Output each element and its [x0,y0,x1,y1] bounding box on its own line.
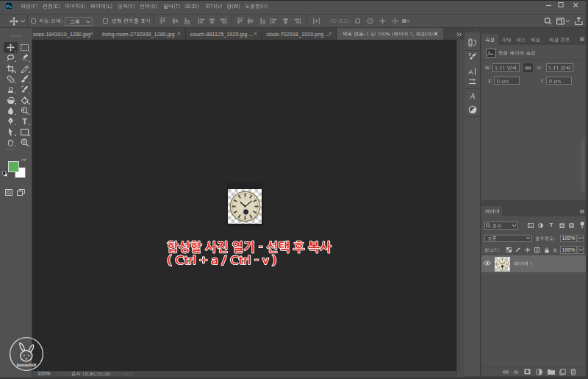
svg-text:T: T [22,117,27,126]
svg-text:A: A [470,92,476,100]
svg-text:···: ··· [243,198,245,201]
svg-text:A: A [468,67,473,75]
svg-text:bunnyhill: bunnyhill [17,362,37,367]
svg-text:Ps: Ps [6,4,11,9]
